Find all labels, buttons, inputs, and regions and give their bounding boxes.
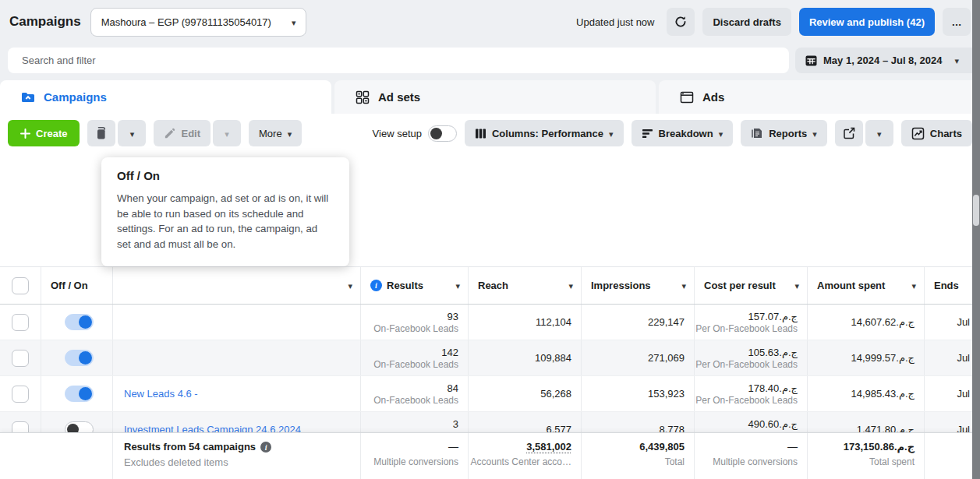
columns-button[interactable]: Columns: Performance — [465, 120, 624, 146]
column-header-reach[interactable]: Reach — [468, 267, 581, 304]
more-options-button[interactable]: … — [943, 8, 971, 36]
campaign-name-link[interactable]: New Leads 4.6 - — [124, 388, 198, 400]
reach-cell: 112,104 — [468, 305, 581, 340]
review-and-publish-button[interactable]: Review and publish (42) — [799, 8, 935, 36]
chevron-down-icon — [130, 128, 135, 139]
view-setup-toggle[interactable] — [428, 125, 457, 142]
impressions-cell: 229,147 — [581, 305, 694, 340]
breakdown-button[interactable]: Breakdown — [632, 120, 734, 146]
amount-spent-cell: 14,607.62.م.ج — [807, 305, 924, 340]
chevron-down-icon — [609, 128, 614, 139]
sort-caret-icon[interactable] — [568, 280, 573, 291]
breakdown-icon — [642, 128, 653, 139]
column-header-toggle[interactable]: Off / On — [41, 267, 112, 304]
reports-button-label: Reports — [769, 128, 807, 139]
date-range-label: May 1, 2024 – Jul 8, 2024 — [823, 55, 943, 66]
discard-drafts-button[interactable]: Discard drafts — [702, 8, 791, 36]
summary-label: Results from 54 campaigns — [124, 440, 256, 454]
refresh-button[interactable] — [667, 8, 695, 36]
pencil-icon — [164, 128, 175, 139]
create-button[interactable]: Create — [8, 120, 80, 146]
charts-icon — [911, 127, 925, 140]
refresh-icon — [674, 15, 688, 29]
reach-cell: 109,884 — [468, 340, 581, 375]
ads-icon — [679, 90, 695, 105]
campaign-toggle[interactable] — [65, 314, 94, 330]
chevron-down-icon — [954, 55, 959, 66]
row-toggle-cell — [41, 376, 112, 411]
tab-campaigns-label: Campaigns — [44, 90, 107, 104]
column-header-amount-spent[interactable]: Amount spent — [807, 267, 924, 304]
row-checkbox[interactable] — [12, 350, 29, 367]
ends-column-label: Ends — [934, 280, 959, 291]
table-row: New Leads 4.6 - 84On-Facebook Leads 56,2… — [0, 376, 980, 412]
results-cell: 84On-Facebook Leads — [360, 376, 468, 411]
summary-impressions-cell: 6,439,805 Total — [581, 433, 694, 479]
summary-cell: Results from 54 campaigns Excludes delet… — [112, 433, 360, 479]
campaign-toggle[interactable] — [65, 386, 94, 402]
info-icon[interactable] — [260, 442, 271, 453]
column-header-results[interactable]: Results — [360, 267, 468, 304]
sort-caret-icon[interactable] — [794, 280, 799, 291]
export-dropdown-button[interactable] — [865, 120, 893, 146]
duplicate-dropdown-button[interactable] — [118, 120, 146, 146]
search-input[interactable] — [8, 48, 789, 73]
table-row: 142On-Facebook Leads 109,884 271,069 105… — [0, 340, 980, 376]
charts-button[interactable]: Charts — [901, 120, 972, 146]
tab-ad-sets[interactable]: Ad sets — [334, 80, 656, 114]
duplicate-button[interactable] — [87, 120, 115, 146]
campaigns-table: Off / On Results Reach Impressions Cost … — [0, 266, 980, 479]
off-on-tooltip: Off / On When your campaign, ad set or a… — [101, 157, 349, 266]
export-icon — [843, 127, 855, 139]
account-selector[interactable]: Mashoura – EGP (997811135054017) — [90, 8, 307, 37]
campaign-name-cell — [112, 340, 360, 375]
reports-button[interactable]: Reports — [741, 120, 827, 146]
chevron-down-icon — [812, 128, 817, 139]
reach-column-label: Reach — [478, 280, 508, 291]
edit-button-label: Edit — [181, 128, 200, 139]
table-header-row: Off / On Results Reach Impressions Cost … — [0, 266, 980, 305]
impressions-column-label: Impressions — [591, 280, 651, 291]
edit-button[interactable]: Edit — [154, 120, 211, 146]
updated-status: Updated just now — [576, 16, 654, 28]
column-header-impressions[interactable]: Impressions — [581, 267, 694, 304]
sort-caret-icon[interactable] — [911, 280, 916, 291]
row-checkbox[interactable] — [12, 314, 29, 331]
row-toggle-cell — [41, 340, 112, 375]
columns-button-label: Columns: Performance — [492, 128, 603, 139]
campaign-name-cell — [112, 305, 360, 340]
tab-campaigns[interactable]: Campaigns — [0, 80, 331, 114]
edit-dropdown-button[interactable] — [213, 120, 241, 146]
sort-caret-icon[interactable] — [681, 280, 686, 291]
campaign-toggle[interactable] — [65, 350, 94, 366]
sort-caret-icon[interactable] — [348, 280, 352, 291]
date-range-picker[interactable]: May 1, 2024 – Jul 8, 2024 — [795, 48, 980, 73]
vertical-scrollbar[interactable] — [972, 0, 980, 479]
column-header-cost-per-result[interactable]: Cost per result — [694, 267, 807, 304]
table-row: 93On-Facebook Leads 112,104 229,147 157.… — [0, 305, 980, 340]
export-button[interactable] — [835, 120, 863, 146]
row-checkbox-cell — [0, 340, 41, 375]
select-all-checkbox[interactable] — [12, 277, 29, 294]
info-icon[interactable] — [370, 280, 382, 291]
toggle-knob — [430, 128, 442, 139]
scrollbar-thumb[interactable] — [973, 195, 979, 226]
filter-row: May 1, 2024 – Jul 8, 2024 — [8, 48, 980, 73]
impressions-cell: 271,069 — [581, 340, 694, 375]
column-header-campaign[interactable] — [112, 267, 360, 304]
ad-sets-icon — [355, 90, 370, 105]
row-checkbox[interactable] — [12, 386, 29, 403]
breakdown-button-label: Breakdown — [659, 128, 713, 139]
tab-ads[interactable]: Ads — [659, 80, 980, 114]
view-setup-label: View setup — [373, 128, 422, 139]
tab-ad-sets-label: Ad sets — [378, 90, 420, 104]
cost-per-result-cell: 157.07.م.جPer On-Facebook Leads — [694, 305, 807, 340]
chevron-down-icon — [225, 128, 229, 139]
tooltip-body: When your campaign, ad set or ad is on, … — [117, 191, 334, 252]
sort-caret-icon[interactable] — [455, 280, 460, 291]
results-cell: 142On-Facebook Leads — [360, 340, 468, 375]
summary-results-cell: — Multiple conversions — [360, 433, 468, 479]
toggle-knob — [79, 351, 92, 365]
more-menu-button[interactable]: More — [249, 120, 302, 146]
chevron-down-icon — [292, 16, 296, 28]
